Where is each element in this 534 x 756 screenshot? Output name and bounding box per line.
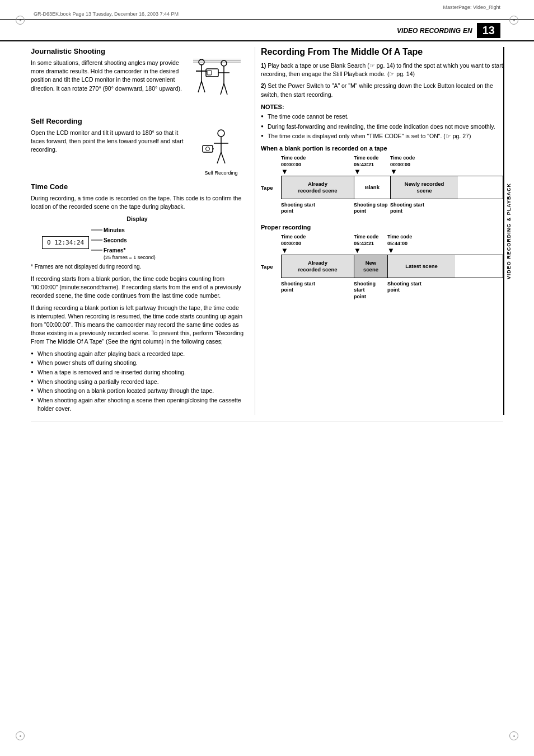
proper-tc-entry-2: Time code 05:43:21 ▼: [354, 234, 387, 255]
tape-cell-already2: Alreadyrecorded scene: [282, 255, 354, 278]
step2: 2) Set the Power Switch to "A" or "M" wh…: [261, 82, 503, 98]
journalistic-illustration: [190, 59, 243, 109]
journalistic-section: Journalistic Shooting: [31, 47, 243, 112]
proper-section-label: Proper recording: [261, 224, 503, 231]
svg-line-12: [224, 83, 227, 95]
tc-entry-3: Time code 00:00:00 ▼: [390, 155, 457, 176]
self-recording-section: Self Recording Self Recording: [31, 117, 243, 177]
bottom-border: [31, 421, 503, 421]
svg-line-4: [202, 81, 205, 92]
blank-tape-bar: Alreadyrecorded scene Blank Newly record…: [281, 176, 503, 199]
bullet-list: When shooting again after playing back a…: [31, 350, 243, 413]
proper-tc-entry-3: Time code 05:44:00 ▼: [387, 234, 455, 255]
time-code-section: Time Code During recording, a time code …: [31, 182, 243, 413]
blank-tc-row: Time code 00:00:00 ▼ Time code 05:43:21 …: [261, 155, 503, 176]
self-recording-label: Self Recording: [199, 170, 243, 176]
note-item: The time code cannot be reset.: [261, 112, 503, 121]
note-item: The time code is displayed only when "TI…: [261, 132, 503, 140]
left-column: Journalistic Shooting: [31, 47, 255, 415]
list-item: When shooting on a blank portion located…: [31, 387, 243, 395]
svg-line-3: [198, 81, 202, 92]
proper-tc-row: Time code 00:00:00 ▼ Time code 05:43:21 …: [261, 234, 503, 255]
section-title: VIDEO RECORDING: [397, 27, 461, 35]
svg-point-8: [221, 60, 227, 66]
svg-text:Minutes: Minutes: [104, 227, 125, 233]
notes-label: NOTES:: [261, 104, 503, 110]
proper-shoot-points: Shooting startpoint Shooting startpoint …: [261, 281, 503, 300]
blank-tape-bar-row: Tape Alreadyrecorded scene Blank Newly r…: [261, 176, 503, 200]
proper-tc-entry-1: Time code 00:00:00 ▼: [281, 234, 354, 255]
blank-tape-section: When a blank portion is recorded on a ta…: [261, 145, 503, 215]
tape-cell-newly: Newly recordedscene: [391, 176, 458, 199]
file-info: GR-D63EK.book Page 13 Tuesday, December …: [0, 10, 534, 20]
tape-cell-latest: Latest scene: [388, 255, 455, 278]
note-item: During fast-forwarding and rewinding, th…: [261, 123, 503, 131]
svg-text:Frames*: Frames*: [104, 247, 126, 253]
blank-shoot-points: Shooting startpoint Shooting stoppoint S…: [261, 202, 503, 215]
blank-section-label: When a blank portion is recorded on a ta…: [261, 145, 503, 152]
svg-rect-21: [203, 145, 213, 152]
display-label: Display: [31, 215, 243, 222]
tc-body2: If during recording a blank portion is l…: [31, 304, 243, 346]
notes-section: NOTES: The time code cannot be reset. Du…: [261, 104, 503, 140]
page-container: MasterPage: Video_Right GR-D63EK.book Pa…: [0, 0, 534, 756]
tc-entry-1: Time code 00:00:00 ▼: [281, 155, 354, 176]
asterisk-note: * Frames are not displayed during record…: [31, 263, 243, 271]
journalistic-heading: Journalistic Shooting: [31, 47, 243, 55]
list-item: When shooting again after playing back a…: [31, 350, 243, 358]
proper-tape-bar-row: Tape Alreadyrecorded scene Newscene Late…: [261, 255, 503, 279]
self-recording-illustration: Self Recording: [199, 129, 243, 176]
svg-line-11: [221, 83, 224, 95]
reg-mark-br: [509, 731, 518, 740]
svg-point-16: [218, 130, 224, 137]
shoot-point-2: Shooting stoppoint: [354, 202, 390, 215]
right-column: Recording From The Middle Of A Tape 1) P…: [255, 47, 503, 415]
proper-shoot-point-3: Shooting startpoint: [387, 281, 455, 300]
list-item: When a tape is removed and re-inserted d…: [31, 368, 243, 377]
timecode-diagram: 0 12:34:24 Minutes Seconds F: [42, 224, 243, 261]
svg-line-19: [217, 152, 221, 163]
page-number: 13: [477, 23, 500, 38]
timecode-lines-svg: Minutes Seconds Frames* (25 frames = 1 s…: [91, 224, 164, 261]
main-content: Journalistic Shooting: [0, 41, 534, 421]
right-heading: Recording From The Middle Of A Tape: [261, 47, 503, 57]
timecode-box: 0 12:34:24: [42, 236, 89, 249]
reg-mark-tr: [509, 16, 518, 25]
proper-shoot-point-1: Shooting startpoint: [281, 281, 354, 300]
shoot-point-1: Shooting startpoint: [281, 202, 354, 215]
shoot-point-3: Shooting startpoint: [390, 202, 457, 215]
svg-rect-5: [206, 69, 218, 77]
svg-rect-6: [207, 71, 212, 75]
sidebar-label: VIDEO RECORDING & PLAYBACK: [506, 183, 512, 279]
reg-mark-tl: [16, 16, 25, 25]
tape-cell-already: Alreadyrecorded scene: [282, 176, 354, 199]
list-item: When power shuts off during shooting.: [31, 359, 243, 367]
proper-tape-label: Tape: [261, 264, 281, 270]
tc-body1: If recording starts from a blank portion…: [31, 275, 243, 300]
proper-shoot-point-2: Shooting startpoint: [354, 281, 387, 300]
time-code-text1: During recording, a time code is recorde…: [31, 194, 243, 211]
svg-line-20: [221, 152, 225, 163]
svg-text:Seconds: Seconds: [104, 237, 127, 243]
tc-entry-2: Time code 05:43:21 ▼: [354, 155, 390, 176]
proper-tape-bar: Alreadyrecorded scene Newscene Latest sc…: [281, 255, 503, 278]
display-section: Display 0 12:34:24 Minutes: [31, 215, 243, 261]
reg-mark-bl: [16, 731, 25, 740]
blank-tape-label: Tape: [261, 185, 281, 191]
vertical-sidebar-container: VIDEO RECORDING & PLAYBACK: [503, 47, 513, 415]
tape-cell-new: Newscene: [354, 255, 388, 278]
notes-list: The time code cannot be reset. During fa…: [261, 112, 503, 140]
en-label: EN: [463, 27, 472, 35]
time-code-heading: Time Code: [31, 182, 243, 191]
svg-point-22: [206, 147, 210, 151]
step1: 1) Play back a tape or use Blank Search …: [261, 62, 503, 78]
svg-text:(25 frames = 1 second): (25 frames = 1 second): [104, 255, 156, 260]
self-recording-heading: Self Recording: [31, 117, 243, 125]
list-item: When shooting again after shooting a sce…: [31, 396, 243, 412]
list-item: When shooting using a partially recorded…: [31, 378, 243, 386]
page-header: VIDEO RECORDING EN 13: [0, 20, 534, 41]
masterpage-label: MasterPage: Video_Right: [0, 0, 534, 10]
proper-tape-section: Proper recording Time code 00:00:00 ▼ Ti…: [261, 224, 503, 300]
tape-cell-blank: Blank: [354, 176, 391, 199]
